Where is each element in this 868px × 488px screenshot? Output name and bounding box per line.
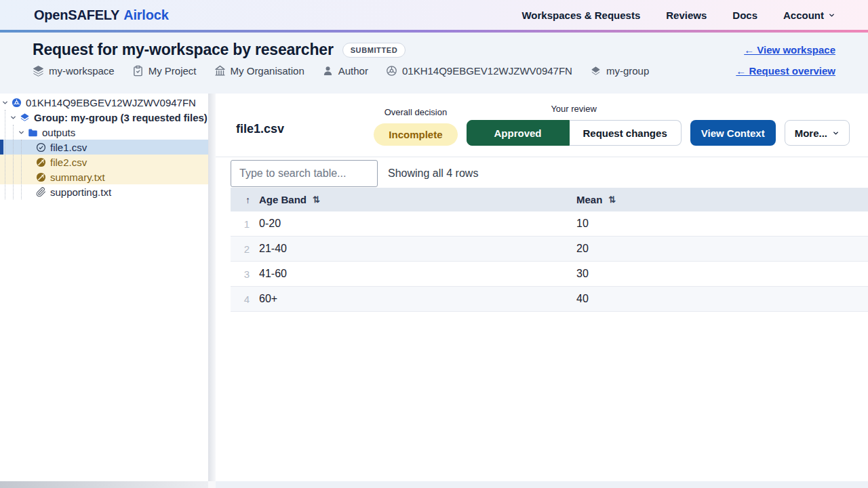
request-header: Request for my-workspace by researcher S… bbox=[0, 33, 868, 94]
tree-item-outputs-folder[interactable]: outputs bbox=[0, 125, 208, 140]
view-context-button[interactable]: View Context bbox=[690, 120, 776, 146]
changes-requested-icon bbox=[36, 172, 46, 182]
row-number: 3 bbox=[231, 268, 259, 280]
tree-item-group-label: Group: my-group (3 requested files) bbox=[34, 112, 208, 123]
nav-links: Workspaces & Requests Reviews Docs Accou… bbox=[521, 9, 835, 21]
tree-item-request-root-label: 01KH14Q9EBGEV12WJZWV0947FN bbox=[26, 97, 196, 108]
chevron-down-icon[interactable] bbox=[1, 99, 9, 106]
cell-mean: 10 bbox=[576, 218, 868, 230]
sidebar-horizontal-scrollbar[interactable] bbox=[0, 481, 208, 488]
nav-docs-label: Docs bbox=[732, 9, 757, 21]
meta-group-label: my-group bbox=[606, 65, 649, 77]
group-layers-icon bbox=[20, 113, 30, 123]
meta-organisation: My Organisation bbox=[214, 65, 304, 77]
cell-mean: 40 bbox=[576, 293, 868, 305]
cell-mean: 30 bbox=[576, 268, 868, 280]
overall-decision-label: Overall decision bbox=[384, 107, 448, 117]
file-title: file1.csv bbox=[236, 122, 365, 136]
status-badge: SUBMITTED bbox=[342, 43, 406, 58]
nav-reviews[interactable]: Reviews bbox=[666, 9, 707, 21]
chevron-down-icon[interactable] bbox=[18, 129, 25, 136]
user-icon bbox=[322, 65, 334, 77]
meta-project: My Project bbox=[132, 65, 197, 77]
tree-item-file2-label: file2.csv bbox=[50, 157, 87, 168]
tree-item-group[interactable]: Group: my-group (3 requested files) bbox=[0, 110, 208, 125]
tree-item-summary-label: summary.txt bbox=[50, 171, 105, 183]
meta-workspace: my-workspace bbox=[33, 65, 115, 77]
meta-request-id-label: 01KH14Q9EBGEV12WJZWV0947FN bbox=[402, 65, 572, 77]
table-row: 1 0-20 10 bbox=[231, 211, 868, 237]
view-workspace-link[interactable]: ← View workspace bbox=[744, 44, 835, 56]
top-nav: OpenSAFELYAirlock Workspaces & Requests … bbox=[0, 0, 868, 30]
table-row: 3 41-60 30 bbox=[231, 262, 868, 287]
app-logo[interactable]: OpenSAFELYAirlock bbox=[34, 7, 169, 23]
table-row: 2 21-40 20 bbox=[231, 237, 868, 262]
nav-account-menu[interactable]: Account bbox=[783, 9, 835, 21]
content: 01KH14Q9EBGEV12WJZWV0947FN Group: my-gro… bbox=[0, 94, 868, 481]
request-overview-link[interactable]: ← Request overview bbox=[736, 65, 835, 77]
chevron-down-icon[interactable] bbox=[9, 114, 17, 121]
row-number: 2 bbox=[231, 243, 259, 255]
request-changes-button[interactable]: Request changes bbox=[570, 120, 682, 146]
meta-group: my-group bbox=[590, 65, 649, 77]
layers-icon bbox=[33, 65, 44, 77]
request-header-links: ← View workspace ← Request overview bbox=[736, 41, 835, 94]
clipboard-check-icon bbox=[132, 65, 144, 77]
data-table: ↑ Age Band ⇅ Mean ⇅ 1 0-20 10 2 bbox=[231, 188, 868, 312]
table-search-input[interactable] bbox=[231, 160, 378, 187]
table-toolbar: Showing all 4 rows bbox=[216, 157, 868, 188]
meta-request-id: 01KH14Q9EBGEV12WJZWV0947FN bbox=[386, 65, 572, 77]
tree-item-file1-label: file1.csv bbox=[50, 142, 87, 153]
meta-organisation-label: My Organisation bbox=[231, 65, 304, 77]
check-circle-icon bbox=[36, 142, 46, 152]
release-hatch-icon bbox=[12, 98, 22, 108]
overall-decision-block: Overall decision Incomplete bbox=[374, 107, 457, 146]
tree-item-summary[interactable]: summary.txt bbox=[0, 169, 208, 184]
column-header-mean: Mean bbox=[576, 194, 602, 205]
sort-age-band-icon[interactable]: ⇅ bbox=[313, 195, 320, 205]
chevron-down-icon bbox=[828, 12, 835, 19]
review-button-group: Approved Request changes bbox=[467, 120, 682, 146]
tree-item-file1[interactable]: file1.csv bbox=[0, 140, 208, 155]
cell-mean: 20 bbox=[576, 243, 868, 255]
paperclip-icon bbox=[36, 187, 46, 197]
chevron-down-icon bbox=[832, 129, 840, 137]
page-title: Request for my-workspace by researcher bbox=[33, 41, 334, 59]
table-row: 4 60+ 40 bbox=[231, 287, 868, 312]
bottom-strip-main bbox=[216, 481, 868, 488]
row-number: 1 bbox=[231, 218, 259, 230]
more-button[interactable]: More... bbox=[785, 120, 850, 146]
overall-decision-badge: Incomplete bbox=[374, 123, 457, 146]
meta-project-label: My Project bbox=[149, 65, 197, 77]
tree-item-file2[interactable]: file2.csv bbox=[0, 155, 208, 169]
tree-item-request-root[interactable]: 01KH14Q9EBGEV12WJZWV0947FN bbox=[0, 95, 208, 110]
tree-indent-guide bbox=[5, 110, 5, 199]
tree-item-supporting-label: supporting.txt bbox=[50, 186, 111, 198]
row-number: 4 bbox=[231, 293, 259, 305]
cell-age-band: 0-20 bbox=[259, 218, 576, 230]
file-tree: 01KH14Q9EBGEV12WJZWV0947FN Group: my-gro… bbox=[0, 94, 208, 481]
cell-age-band: 60+ bbox=[259, 293, 576, 305]
sort-mean-icon[interactable]: ⇅ bbox=[608, 195, 616, 205]
cell-age-band: 41-60 bbox=[259, 268, 576, 280]
panel-resize-handle[interactable] bbox=[208, 94, 216, 481]
approved-button[interactable]: Approved bbox=[467, 120, 570, 146]
tree-item-supporting[interactable]: supporting.txt bbox=[0, 184, 208, 199]
logo-opensafely: OpenSAFELY bbox=[34, 7, 119, 22]
more-button-label: More... bbox=[795, 127, 827, 139]
changes-requested-icon bbox=[36, 157, 46, 167]
your-review-label: Your review bbox=[551, 104, 596, 114]
file-review-panel: file1.csv Overall decision Incomplete Yo… bbox=[216, 94, 868, 481]
file-review-header: file1.csv Overall decision Incomplete Yo… bbox=[216, 94, 868, 157]
bottom-strip-gap bbox=[208, 481, 216, 488]
meta-author-label: Author bbox=[338, 65, 368, 77]
table-header-row: ↑ Age Band ⇅ Mean ⇅ bbox=[231, 188, 868, 211]
nav-workspaces-requests-label: Workspaces & Requests bbox=[521, 9, 640, 21]
nav-workspaces-requests[interactable]: Workspaces & Requests bbox=[521, 9, 640, 21]
nav-docs[interactable]: Docs bbox=[732, 9, 757, 21]
tree-indent-guide bbox=[21, 140, 22, 199]
group-layers-icon bbox=[590, 65, 601, 77]
sort-rownum-icon[interactable]: ↑ bbox=[231, 195, 259, 205]
tree-indent-guide bbox=[13, 125, 14, 199]
rows-summary: Showing all 4 rows bbox=[388, 167, 478, 180]
